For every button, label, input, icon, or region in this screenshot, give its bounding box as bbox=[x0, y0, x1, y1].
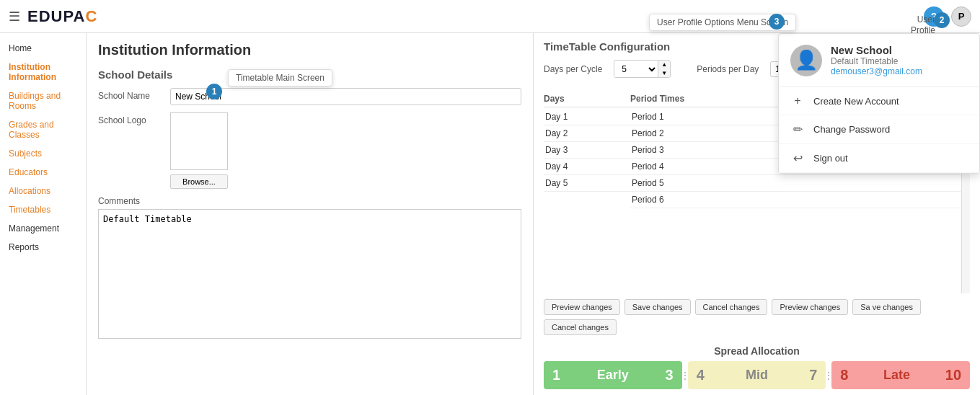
period-row: Period 5 bbox=[630, 175, 970, 192]
content-area: Institution Information School Details S… bbox=[87, 33, 533, 395]
day-row: Day 3 bbox=[544, 142, 630, 159]
sidebar-item-grades[interactable]: Grades and Classes bbox=[0, 115, 86, 144]
spread-early: 1 Early 3 bbox=[544, 361, 682, 389]
spread-divider-1: ⋮ bbox=[682, 361, 688, 389]
create-account-label: Create New Account bbox=[813, 96, 899, 107]
callout-1: 1 bbox=[206, 84, 222, 99]
early-end: 3 bbox=[666, 367, 674, 383]
logo-area: Browse... bbox=[170, 112, 228, 189]
mid-start: 4 bbox=[697, 367, 705, 383]
sign-out-label: Sign out bbox=[813, 153, 848, 164]
dropdown-sign-out[interactable]: ↩ Sign out bbox=[779, 144, 979, 173]
sidebar-item-institution[interactable]: Institution Information bbox=[0, 58, 86, 86]
browse-button[interactable]: Browse... bbox=[170, 174, 228, 189]
dropdown-user-header: 👤 New School Default Timetable demouser3… bbox=[779, 34, 979, 87]
sidebar-item-timetables[interactable]: Timetables bbox=[0, 200, 86, 219]
dropdown-user-email: demouser3@gmail.com bbox=[831, 66, 922, 76]
early-label: Early bbox=[597, 368, 629, 383]
late-start: 8 bbox=[840, 367, 848, 383]
school-name-input[interactable] bbox=[170, 88, 521, 105]
hamburger-icon[interactable]: ☰ bbox=[9, 9, 20, 25]
page-title: Institution Information bbox=[98, 42, 521, 58]
logo-box bbox=[170, 112, 228, 170]
header-left: ☰ EDUPAC bbox=[9, 7, 97, 26]
school-name-field-wrap: 1 Timetable Main Screen bbox=[170, 88, 521, 105]
day-row: Day 2 bbox=[544, 125, 630, 142]
sidebar-item-management[interactable]: Management bbox=[0, 219, 86, 238]
school-logo-label: School Logo bbox=[98, 112, 163, 189]
day-row: Day 1 bbox=[544, 109, 630, 125]
dropdown-change-password[interactable]: ✏ Change Password bbox=[779, 115, 979, 144]
dropdown-user-info: New School Default Timetable demouser3@g… bbox=[831, 44, 922, 76]
spread-section: Spread Allocation 1 Early 3 ⋮ 4 Mid 7 ⋮ … bbox=[534, 341, 980, 395]
comments-input[interactable] bbox=[98, 209, 521, 339]
days-per-cycle-select[interactable]: 56710 bbox=[614, 61, 658, 77]
day-row: Day 5 bbox=[544, 175, 630, 192]
sidebar-item-home[interactable]: Home bbox=[0, 39, 86, 58]
spread-late: 8 Late 10 bbox=[831, 361, 970, 389]
dropdown-create-account[interactable]: + Create New Account bbox=[779, 87, 979, 115]
periods-per-day-label: Periods per Day bbox=[697, 64, 759, 74]
school-name-label: School Name bbox=[98, 88, 163, 101]
days-spin-down[interactable]: ▼ bbox=[658, 69, 670, 78]
school-name-row: School Name 1 Timetable Main Screen bbox=[98, 88, 521, 105]
comments-area: Comments bbox=[98, 196, 521, 341]
sidebar: Home Institution Information Buildings a… bbox=[0, 33, 87, 395]
sidebar-item-allocations[interactable]: Allocations bbox=[0, 182, 86, 200]
logo: EDUPAC bbox=[27, 7, 97, 26]
cancel-changes-btn-2[interactable]: Cancel changes bbox=[544, 319, 617, 335]
days-col-header: Days bbox=[544, 91, 630, 107]
sidebar-item-reports[interactable]: Reports bbox=[0, 238, 86, 257]
sidebar-item-educators[interactable]: Educators bbox=[0, 163, 86, 182]
user-profile-label-wrap: User Profile bbox=[911, 14, 935, 35]
mid-label: Mid bbox=[746, 368, 768, 383]
callout-1-label: Timetable Main Screen bbox=[228, 69, 332, 86]
header-right: User Profile ? P 2 bbox=[924, 6, 971, 27]
action-bar: Preview changes Save changes Cancel chan… bbox=[534, 293, 980, 341]
avatar: 👤 bbox=[790, 45, 822, 76]
comments-label: Comments bbox=[98, 196, 521, 206]
late-end: 10 bbox=[945, 367, 961, 383]
dropdown-user-sub: Default Timetable bbox=[831, 56, 922, 66]
cancel-changes-btn-1[interactable]: Cancel changes bbox=[695, 299, 768, 315]
profile-dropdown: User Profile Options Menu Screen 3 👤 New… bbox=[778, 33, 980, 174]
preview-changes-btn-1[interactable]: Preview changes bbox=[544, 299, 620, 315]
edit-icon: ✏ bbox=[790, 123, 805, 136]
late-label: Late bbox=[883, 368, 910, 383]
dropdown-user-name: New School bbox=[831, 44, 922, 56]
header: ☰ EDUPAC User Profile ? P 2 bbox=[0, 0, 980, 33]
days-col: Days Day 1 Day 2 Day 3 Day 4 Day 5 bbox=[544, 91, 630, 293]
days-spin-up[interactable]: ▲ bbox=[658, 61, 670, 69]
plus-icon: + bbox=[790, 94, 805, 107]
spread-divider-2: ⋮ bbox=[826, 361, 831, 389]
spread-mid: 4 Mid 7 bbox=[688, 361, 826, 389]
change-password-label: Change Password bbox=[813, 124, 890, 135]
profile-button[interactable]: P bbox=[951, 6, 971, 27]
early-start: 1 bbox=[552, 367, 560, 383]
days-per-cycle-select-wrap: 56710 ▲ ▼ bbox=[614, 60, 671, 78]
days-rows: Day 1 Day 2 Day 3 Day 4 Day 5 bbox=[544, 109, 630, 192]
period-row: Period 6 bbox=[630, 192, 970, 208]
sidebar-item-subjects[interactable]: Subjects bbox=[0, 144, 86, 163]
preview-changes-btn-2[interactable]: Preview changes bbox=[772, 299, 848, 315]
spread-title: Spread Allocation bbox=[544, 345, 970, 357]
sidebar-item-buildings[interactable]: Buildings and Rooms bbox=[0, 86, 86, 115]
avatar-icon: 👤 bbox=[795, 49, 818, 71]
signout-icon: ↩ bbox=[790, 151, 805, 165]
callout-3: 3 bbox=[769, 14, 785, 30]
spread-row: 1 Early 3 ⋮ 4 Mid 7 ⋮ 8 Late 10 bbox=[544, 361, 970, 389]
day-row: Day 4 bbox=[544, 159, 630, 175]
days-per-cycle-label: Days per Cycle bbox=[544, 64, 602, 74]
logo-accent: C bbox=[85, 7, 97, 25]
save-changes-btn-2[interactable]: Sa ve changes bbox=[852, 299, 921, 315]
user-profile-label: User Profile bbox=[911, 14, 935, 35]
days-spinners: ▲ ▼ bbox=[658, 61, 670, 77]
save-changes-btn-1[interactable]: Save changes bbox=[624, 299, 691, 315]
callout-2: 2 bbox=[934, 12, 950, 28]
mid-end: 7 bbox=[809, 367, 817, 383]
school-logo-row: School Logo Browse... bbox=[98, 112, 521, 189]
